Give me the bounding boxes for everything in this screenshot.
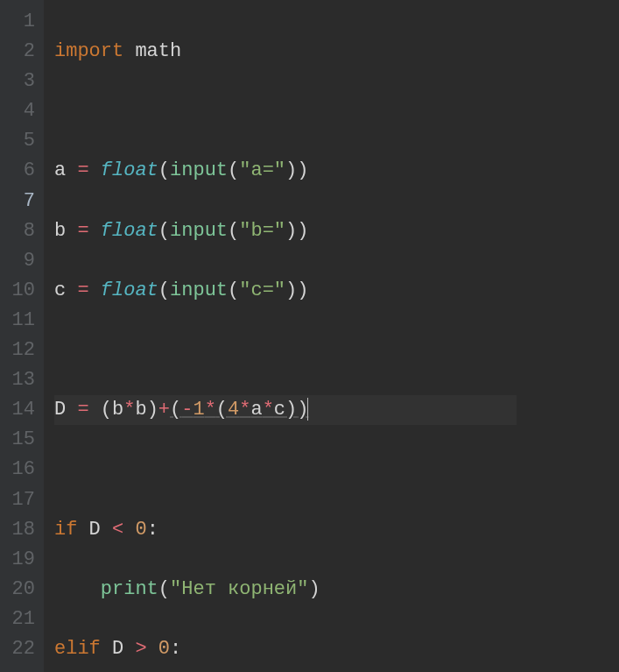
string-literal: "c=" (239, 279, 285, 301)
code-line: a = float(input("a=")) (54, 156, 517, 186)
line-number: 4 (5, 96, 35, 126)
line-number: 17 (5, 485, 35, 515)
line-number: 10 (5, 276, 35, 306)
var-c: c (54, 279, 66, 301)
line-number: 19 (5, 545, 35, 575)
code-line: c = float(input("c=")) (54, 276, 517, 306)
code-line-active: D = (b*b)+(-1*(4*a*c)) (54, 395, 517, 425)
code-line (54, 455, 517, 485)
line-number: 3 (5, 67, 35, 96)
line-number: 22 (5, 634, 35, 664)
code-editor: 1 2 3 4 5 6 7 8 9 10 11 12 13 14 15 16 1… (0, 0, 619, 672)
string-literal: "b=" (239, 220, 285, 242)
string-literal: "a=" (239, 159, 285, 181)
code-line (54, 336, 517, 365)
builtin-input: input (170, 159, 228, 181)
var-a: a (54, 159, 66, 181)
code-line: print("Нет корней") (54, 575, 517, 605)
code-line: if D < 0: (54, 515, 517, 545)
line-number: 13 (5, 365, 35, 395)
line-number-gutter: 1 2 3 4 5 6 7 8 9 10 11 12 13 14 15 16 1… (0, 0, 44, 672)
line-number: 14 (5, 395, 35, 425)
line-number: 1 (5, 7, 35, 37)
code-line: b = float(input("b=")) (54, 216, 517, 246)
code-line (54, 96, 517, 126)
code-area[interactable]: import math a = float(input("a=")) b = f… (44, 0, 517, 672)
text-cursor (307, 398, 308, 421)
keyword-if: if (54, 519, 77, 541)
line-number: 20 (5, 575, 35, 605)
line-number: 2 (5, 37, 35, 67)
code-line: import math (54, 37, 517, 67)
line-number: 15 (5, 425, 35, 455)
line-number: 11 (5, 306, 35, 336)
module-math: math (135, 40, 181, 62)
var-D: D (54, 399, 66, 421)
keyword-import: import (54, 40, 123, 62)
line-number: 12 (5, 336, 35, 365)
keyword-elif: elif (54, 638, 101, 660)
line-number: 7 (5, 187, 35, 216)
builtin-float: float (101, 159, 158, 181)
op-assign: = (77, 159, 88, 181)
line-number: 21 (5, 605, 35, 634)
line-number: 16 (5, 455, 35, 485)
line-number: 9 (5, 246, 35, 276)
line-number: 5 (5, 126, 35, 156)
line-number: 18 (5, 515, 35, 545)
builtin-print: print (101, 578, 158, 600)
var-b: b (54, 220, 66, 242)
line-number: 8 (5, 216, 35, 246)
line-number: 6 (5, 156, 35, 186)
string-literal: "Нет корней" (170, 578, 308, 600)
code-line: elif D > 0: (54, 634, 517, 664)
